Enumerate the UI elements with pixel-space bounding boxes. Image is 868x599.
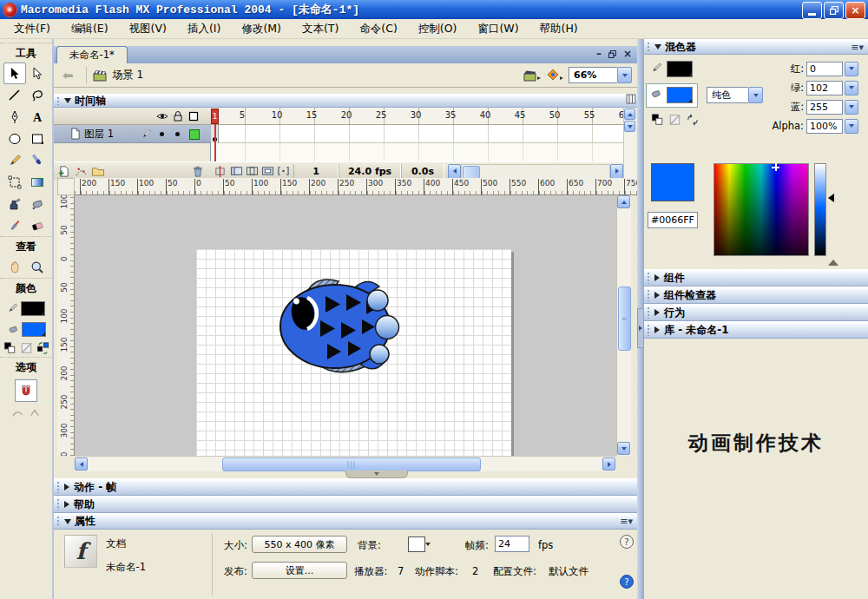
publish-settings-button[interactable]: 设置... <box>252 562 347 579</box>
canvas-vertical-scrollbar[interactable]: ≡ <box>616 195 631 456</box>
canvas-hscroll-thumb[interactable]: ||| <box>222 457 481 471</box>
mixer-options-menu-icon[interactable]: ≡▾ <box>851 42 864 53</box>
straighten-option-icon[interactable] <box>28 407 42 419</box>
mixer-no-color-icon[interactable] <box>668 114 681 126</box>
components-panel-header[interactable]: 组件 <box>644 269 868 286</box>
timeline-scroll-up-button[interactable] <box>624 109 635 120</box>
canvas-vscroll-thumb[interactable]: ≡ <box>618 286 631 351</box>
scene-label[interactable]: 场景 1 <box>113 68 143 82</box>
snap-to-objects-button[interactable] <box>15 379 37 402</box>
text-tool-button[interactable]: A <box>26 106 49 128</box>
zoom-combobox[interactable]: 66% <box>569 67 632 83</box>
menu-item-5[interactable]: 修改(M) <box>231 20 292 38</box>
subselection-tool-button[interactable] <box>26 63 49 84</box>
restore-button[interactable] <box>824 2 844 19</box>
frame-number-35[interactable]: 35 <box>442 110 459 120</box>
component-inspector-panel-header[interactable]: 组件检查器 <box>644 286 868 304</box>
hex-color-field[interactable]: #0066FF <box>648 212 698 228</box>
fish-drawing[interactable] <box>276 278 402 378</box>
delete-layer-trash-button[interactable] <box>192 165 204 178</box>
center-frame-button[interactable] <box>214 165 226 178</box>
pencil-tool-button[interactable] <box>3 149 26 171</box>
red-channel-input[interactable]: 0 <box>806 62 843 76</box>
menu-item-6[interactable]: 文本(T) <box>292 20 349 38</box>
properties-help-icon[interactable]: ? <box>620 535 634 549</box>
selection-tool-button[interactable] <box>3 63 26 84</box>
canvas-scroll-down-button[interactable] <box>617 442 630 455</box>
mixer-stroke-color-swatch[interactable] <box>667 61 693 77</box>
back-arrow-icon[interactable]: ⬅ <box>62 68 74 83</box>
blue-channel-input[interactable]: 255 <box>806 100 843 115</box>
rectangle-tool-button[interactable] <box>26 128 49 149</box>
menu-item-3[interactable]: 视图(V) <box>119 20 177 38</box>
frame-number-60[interactable]: 60 <box>615 110 623 120</box>
panel-collapse-triangle[interactable] <box>828 260 838 266</box>
smooth-option-icon[interactable] <box>10 407 24 419</box>
default-colors-icon[interactable] <box>3 342 16 354</box>
green-channel-input[interactable]: 102 <box>806 81 843 95</box>
layer-name[interactable]: 图层 1 <box>84 128 114 141</box>
layer-outline-color-swatch[interactable] <box>189 129 200 140</box>
swap-colors-icon[interactable] <box>36 342 49 354</box>
lasso-tool-button[interactable] <box>26 84 49 106</box>
mixer-swap-colors-icon[interactable] <box>686 114 700 126</box>
frame-number-15[interactable]: 15 <box>303 110 320 120</box>
timeline-panel-header[interactable]: 时间轴 <box>54 94 637 108</box>
title-bar[interactable]: Macromedia Flash MX Professional 2004 - … <box>0 0 868 19</box>
frame-number-10[interactable]: 10 <box>268 110 286 120</box>
mixer-panel-header[interactable]: 混色器 ≡▾ <box>644 39 868 55</box>
zoom-value[interactable]: 66% <box>569 67 617 83</box>
menu-item-1[interactable]: 文件(F) <box>3 20 61 38</box>
timeline-scroll-left-button[interactable] <box>448 164 461 179</box>
modify-onion-markers-button[interactable] <box>277 165 290 177</box>
canvas-horizontal-scrollbar[interactable]: ||| <box>75 456 616 471</box>
edit-symbols-icon[interactable] <box>546 69 563 82</box>
canvas-scroll-left-button[interactable] <box>75 457 88 471</box>
menu-item-4[interactable]: 插入(I) <box>177 20 231 38</box>
outline-layers-icon[interactable] <box>187 110 200 122</box>
layer-unlocked-dot[interactable] <box>175 132 180 136</box>
oval-tool-button[interactable] <box>3 128 26 149</box>
green-channel-stepper[interactable] <box>845 81 858 95</box>
background-dropdown-icon[interactable] <box>425 543 431 546</box>
edit-multiple-frames-button[interactable] <box>261 165 274 177</box>
frame-number-55[interactable]: 55 <box>581 110 598 120</box>
eraser-tool-button[interactable] <box>26 214 49 236</box>
frame-ruler[interactable]: 1 51015202530354045505560 <box>211 108 623 125</box>
close-button[interactable]: × <box>845 2 865 19</box>
frame-number-20[interactable]: 20 <box>338 110 355 120</box>
frame-rate-indicator[interactable]: 24.0 fps <box>339 164 401 179</box>
menu-item-7[interactable]: 命令(C) <box>349 20 407 38</box>
alpha-channel-input[interactable]: 100% <box>806 119 843 134</box>
document-tab[interactable]: 未命名-1* <box>56 46 128 63</box>
frame-number-30[interactable]: 30 <box>407 110 424 120</box>
library-panel-header[interactable]: 库 - 未命名-1 <box>644 321 868 339</box>
properties-info-icon[interactable]: ? <box>620 575 634 589</box>
framerate-input[interactable]: 24 <box>495 536 529 552</box>
canvas-scroll-up-button[interactable] <box>617 195 630 208</box>
frame-number-5[interactable]: 5 <box>233 110 251 120</box>
eyedropper-tool-button[interactable] <box>3 214 26 236</box>
brightness-slider[interactable] <box>814 163 826 256</box>
timeline-vertical-scrollbar[interactable] <box>623 108 636 180</box>
frame-cells-empty[interactable] <box>211 143 623 161</box>
brush-tool-button[interactable] <box>26 149 49 171</box>
behaviors-panel-header[interactable]: 行为 <box>644 304 868 321</box>
mixer-fill-color-swatch[interactable] <box>667 87 693 103</box>
frame-number-25[interactable]: 25 <box>372 110 390 120</box>
line-tool-button[interactable] <box>3 84 26 106</box>
no-color-icon[interactable] <box>20 342 33 354</box>
frame-number-40[interactable]: 40 <box>477 110 494 120</box>
onion-skin-outlines-button[interactable] <box>246 165 259 177</box>
timeline-scrollbar-track[interactable] <box>461 164 610 179</box>
doc-restore-button[interactable] <box>608 50 616 58</box>
menu-item-9[interactable]: 窗口(W) <box>467 20 529 38</box>
doc-minimize-button[interactable]: – <box>596 48 602 60</box>
lock-layers-icon[interactable] <box>172 110 184 122</box>
show-hide-layers-icon[interactable] <box>156 110 168 122</box>
color-spectrum-picker[interactable] <box>713 163 809 256</box>
edit-scene-icon[interactable] <box>523 69 541 82</box>
hand-tool-button[interactable] <box>3 256 26 278</box>
mixer-default-colors-icon[interactable] <box>651 114 664 126</box>
frame-number-45[interactable]: 45 <box>511 110 529 120</box>
